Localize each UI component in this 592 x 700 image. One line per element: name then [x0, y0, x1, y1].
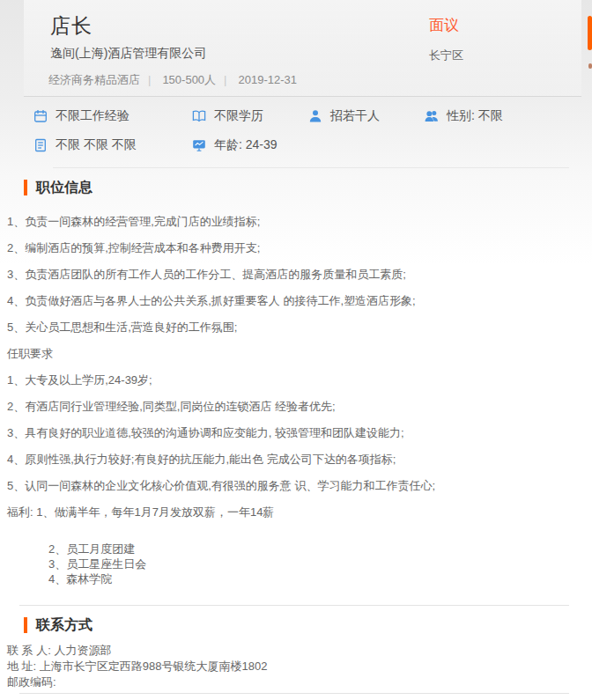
job-detail-page: 店长 逸间(上海)酒店管理有限公司 面议 长宁区 经济商务精品酒店|150-50…	[0, 0, 592, 700]
section-divider	[19, 605, 569, 606]
calendar-icon	[33, 109, 48, 123]
job-title: 店长	[50, 13, 429, 38]
benefit-list: 2、员工月度团建 3、员工星座生日会 4、森林学院	[48, 542, 592, 586]
user-icon	[308, 109, 322, 123]
scrollbar-thumb[interactable]	[588, 16, 592, 50]
fact-other-limits: 不限 不限 不限	[33, 136, 192, 154]
job-info-body: 1、负责一间森林的经营管理,完成门店的业绩指标; 2、编制酒店的预算,控制经营成…	[7, 213, 566, 520]
users-icon	[425, 109, 439, 123]
fact-label: 不限工作经验	[56, 108, 130, 124]
company-name: 逸间(上海)酒店管理有限公司	[50, 46, 429, 62]
job-paragraph: 2、编制酒店的预算,控制经营成本和各种费用开支;	[7, 239, 566, 256]
job-paragraph: 4、负责做好酒店与各界人士的公共关系,抓好重要客人 的接待工作,塑造酒店形象;	[7, 292, 566, 309]
salary-label: 面议	[429, 13, 581, 38]
tag-separator: |	[148, 73, 151, 86]
district-label: 长宁区	[429, 48, 581, 63]
scrollbar-marker	[588, 63, 592, 69]
benefit-item: 3、员工星座生日会	[48, 556, 592, 571]
job-header: 店长 逸间(上海)酒店管理有限公司 面议 长宁区 经济商务精品酒店|150-50…	[24, 0, 581, 97]
job-paragraph: 3、负责酒店团队的所有工作人员的工作分工、提高酒店的服务质量和员工素质;	[7, 266, 566, 283]
job-paragraph: 3、具有良好的职业道德,较强的沟通协调和应变能力, 较强管理和团队建设能力;	[7, 424, 566, 441]
fact-label: 年龄: 24-39	[214, 137, 278, 153]
contact-section: 联系方式 联 系 人: 人力资源部 地 址: 上海市长宁区定西路988号银统大厦…	[0, 617, 592, 690]
benefit-item: 2、员工月度团建	[48, 542, 592, 556]
contact-postcode: 邮政编码:	[7, 674, 592, 690]
presentation-icon	[192, 138, 206, 152]
contact-address: 地 址: 上海市长宁区定西路988号银统大厦南楼1802	[7, 659, 592, 674]
facts-divider	[53, 167, 569, 168]
fact-age: 年龄: 24-39	[192, 136, 308, 154]
fact-gender: 性别: 不限	[425, 107, 592, 125]
contact-body: 联 系 人: 人力资源部 地 址: 上海市长宁区定西路988号银统大厦南楼180…	[7, 643, 592, 690]
job-paragraph: 福利: 1、做满半年，每年1月7月发放双薪，一年14薪	[7, 504, 566, 520]
company-tag-size: 150-500人	[162, 73, 216, 86]
job-paragraph: 任职要求	[7, 345, 566, 362]
contact-person: 联 系 人: 人力资源部	[7, 643, 592, 659]
quick-facts: 不限工作经验 不限学历 招若干人	[0, 97, 592, 168]
tag-separator: |	[224, 73, 226, 86]
contact-title: 联系方式	[24, 617, 592, 633]
job-paragraph: 5、关心员工思想和生活,营造良好的工作氛围;	[7, 319, 566, 335]
company-tags: 经济商务精品酒店|150-500人|2019-12-31	[48, 72, 581, 88]
fact-experience: 不限工作经验	[33, 107, 192, 125]
job-paragraph: 1、大专及以上学历,24-39岁;	[7, 372, 566, 388]
company-tag-category: 经济商务精品酒店	[48, 73, 140, 86]
fact-label: 性别: 不限	[447, 108, 503, 124]
fact-education: 不限学历	[192, 107, 308, 125]
company-tag-date: 2019-12-31	[239, 73, 298, 86]
fact-label: 不限学历	[214, 108, 263, 124]
fact-label: 不限 不限 不限	[56, 137, 137, 153]
job-paragraph: 5、认同一间森林的企业文化核心价值观,有很强的服务意 识、学习能力和工作责任心;	[7, 477, 566, 494]
job-info-title: 职位信息	[24, 180, 592, 195]
bottom-divider	[19, 693, 569, 694]
fact-headcount: 招若干人	[308, 107, 425, 125]
scrollbar-track[interactable]	[588, 0, 592, 700]
job-paragraph: 2、有酒店同行业管理经验,同类型,同岗位的连锁酒店 经验者优先;	[7, 398, 566, 415]
benefit-item: 4、森林学院	[48, 571, 592, 586]
book-icon	[192, 109, 206, 123]
job-paragraph: 1、负责一间森林的经营管理,完成门店的业绩指标;	[7, 213, 566, 230]
fact-label: 招若干人	[330, 108, 380, 124]
job-paragraph: 4、原则性强,执行力较好;有良好的抗压能力,能出色 完成公司下达的各项指标;	[7, 451, 566, 468]
document-icon	[33, 138, 48, 152]
job-info-section: 职位信息 1、负责一间森林的经营管理,完成门店的业绩指标; 2、编制酒店的预算,…	[0, 180, 592, 586]
